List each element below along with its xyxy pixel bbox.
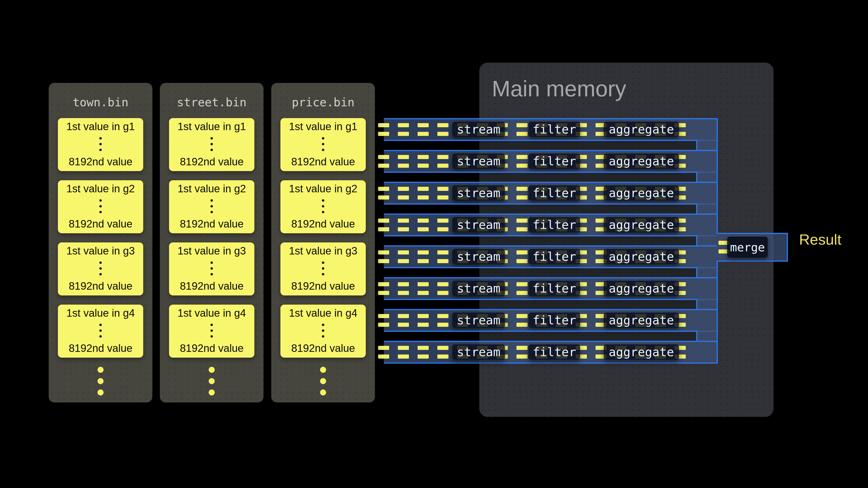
stage-label: aggregate — [609, 123, 674, 136]
stage-label: filter — [533, 250, 576, 264]
value-block-top-label: 1st value in g4 — [178, 307, 246, 319]
data-chunk-equals-icon — [437, 346, 448, 359]
column-ellipsis-dots-icon — [320, 367, 326, 395]
dot-icon — [99, 205, 102, 207]
dot-icon — [99, 199, 102, 202]
data-chunk-equals-icon — [378, 123, 389, 136]
value-block: 1st value in g18192nd value — [169, 118, 254, 171]
stage-label: filter — [533, 345, 576, 359]
data-chunk-equals-icon — [398, 187, 409, 199]
merge-outlet: merge — [717, 233, 788, 262]
dot-icon — [98, 367, 104, 373]
pipeline-lane: streamfilteraggregate — [384, 245, 717, 268]
dot-icon — [99, 324, 102, 326]
inter-lane-slot — [384, 235, 697, 247]
stage-box-filter: filter — [528, 217, 580, 233]
stage-box-filter: filter — [528, 313, 580, 328]
stage-label: aggregate — [609, 282, 674, 295]
stage-label: stream — [457, 154, 500, 168]
dot-icon — [211, 143, 213, 145]
stage-label: filter — [533, 186, 576, 200]
dot-icon — [211, 267, 213, 270]
data-chunk-equals-icon — [398, 282, 409, 295]
column-ellipsis-dots-icon — [98, 367, 104, 395]
pipeline-lane: streamfilteraggregate — [384, 277, 717, 300]
ellipsis-dots-icon — [211, 324, 213, 337]
dot-icon — [99, 149, 102, 151]
dot-icon — [99, 273, 102, 275]
data-chunk-equals-icon — [437, 314, 448, 327]
value-block-top-label: 1st value in g4 — [66, 307, 135, 319]
value-block-top-label: 1st value in g3 — [66, 245, 135, 257]
data-chunk-equals-icon — [398, 346, 409, 359]
data-chunk-equals-icon — [378, 187, 389, 199]
data-chunk-equals-icon — [417, 123, 429, 136]
inter-lane-slot — [384, 267, 697, 278]
stage-label: aggregate — [609, 186, 674, 200]
dot-icon — [322, 329, 324, 332]
stage-label: stream — [457, 313, 500, 327]
value-block: 1st value in g28192nd value — [169, 180, 254, 233]
pipeline-lane: streamfilteraggregate — [384, 150, 717, 173]
ellipsis-dots-icon — [99, 324, 102, 337]
data-chunk-equals-icon — [398, 250, 409, 263]
ellipsis-dots-icon — [322, 261, 324, 275]
dot-icon — [322, 143, 324, 145]
stage-box-filter: filter — [528, 185, 580, 201]
stage-label: stream — [457, 218, 500, 232]
stage-label: filter — [533, 282, 576, 295]
stage-box-aggregate: aggregate — [604, 313, 679, 328]
stage-label: filter — [533, 154, 576, 168]
pipeline-lane: streamfilteraggregate — [384, 214, 717, 236]
dot-icon — [209, 389, 215, 395]
dot-icon — [211, 205, 213, 207]
dot-icon — [98, 378, 104, 384]
dot-icon — [99, 329, 102, 332]
dot-icon — [99, 143, 102, 145]
pipeline-lane: streamfilteraggregate — [384, 309, 717, 332]
stage-box-stream: stream — [452, 281, 505, 296]
data-chunk-equals-icon — [517, 250, 528, 263]
value-block: 1st value in g38192nd value — [280, 242, 366, 295]
dot-icon — [322, 261, 324, 264]
value-block-top-label: 1st value in g3 — [289, 245, 357, 257]
value-block: 1st value in g18192nd value — [58, 118, 143, 171]
stage-label: aggregate — [609, 345, 674, 359]
value-block-top-label: 1st value in g4 — [289, 307, 357, 319]
result-label: Result — [799, 231, 841, 248]
data-chunk-equals-icon — [517, 123, 528, 136]
data-chunk-equals-icon — [437, 219, 448, 231]
value-block-bottom-label: 8192nd value — [291, 156, 355, 168]
data-chunk-equals-icon — [378, 250, 389, 263]
value-block: 1st value in g48192nd value — [169, 304, 254, 358]
ellipsis-dots-icon — [99, 137, 102, 151]
value-block: 1st value in g38192nd value — [58, 242, 143, 295]
ellipsis-dots-icon — [99, 261, 102, 275]
value-block-bottom-label: 8192nd value — [69, 156, 132, 168]
dot-icon — [320, 389, 326, 395]
stage-box-stream: stream — [452, 345, 505, 360]
dot-icon — [322, 267, 324, 270]
data-chunk-equals-icon — [398, 123, 409, 136]
data-chunk-equals-icon — [378, 219, 389, 231]
stage-box-aggregate: aggregate — [604, 249, 679, 264]
stage-box-stream: stream — [452, 154, 505, 169]
data-chunk-equals-icon — [378, 282, 389, 295]
stage-label: aggregate — [609, 218, 674, 232]
value-block-bottom-label: 8192nd value — [291, 342, 355, 354]
dot-icon — [322, 205, 324, 207]
stage-label: stream — [457, 186, 500, 200]
data-chunk-equals-icon — [398, 219, 409, 231]
pipeline-lane: streamfilteraggregate — [384, 341, 717, 364]
stage-label: stream — [457, 250, 500, 264]
ellipsis-dots-icon — [211, 199, 213, 213]
data-chunk-equals-icon — [417, 282, 429, 295]
stage-box-stream: stream — [452, 313, 505, 328]
stage-box-filter: filter — [528, 249, 580, 264]
stage-box-stream: stream — [452, 122, 505, 137]
value-block: 1st value in g48192nd value — [58, 304, 143, 358]
value-block: 1st value in g18192nd value — [280, 118, 366, 171]
value-block-top-label: 1st value in g1 — [178, 121, 246, 133]
stage-label: filter — [533, 313, 576, 327]
stage-label: aggregate — [609, 250, 674, 264]
